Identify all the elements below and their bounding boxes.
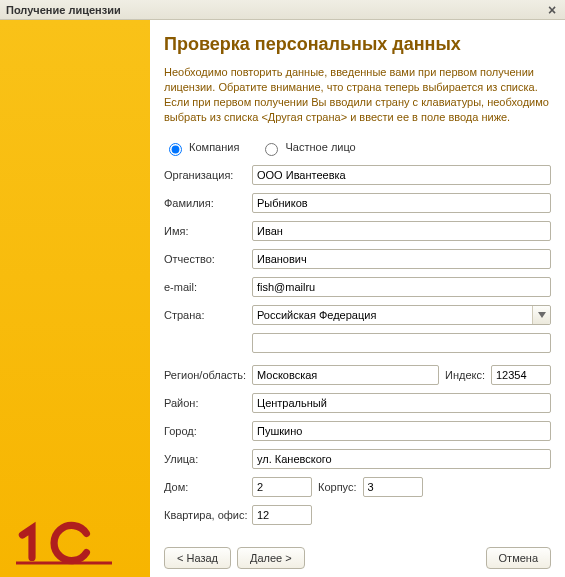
label-apartment: Квартира, офис: bbox=[164, 509, 252, 521]
lastname-input[interactable] bbox=[252, 193, 551, 213]
email-input[interactable] bbox=[252, 277, 551, 297]
back-button[interactable]: < Назад bbox=[164, 547, 231, 569]
intro-text: Необходимо повторить данные, введенные в… bbox=[164, 65, 551, 124]
entity-type-radios: Компания Частное лицо bbox=[164, 136, 551, 164]
next-button[interactable]: Далее > bbox=[237, 547, 305, 569]
country-select[interactable] bbox=[252, 305, 551, 325]
label-index: Индекс: bbox=[445, 369, 485, 381]
wizard-footer: < Назад Далее > Отмена bbox=[164, 537, 551, 569]
cancel-button[interactable]: Отмена bbox=[486, 547, 551, 569]
logo-1c bbox=[14, 519, 114, 567]
region-input[interactable] bbox=[252, 365, 439, 385]
label-firstname: Имя: bbox=[164, 225, 252, 237]
patronymic-input[interactable] bbox=[252, 249, 551, 269]
label-house: Дом: bbox=[164, 481, 252, 493]
organization-input[interactable] bbox=[252, 165, 551, 185]
label-city: Город: bbox=[164, 425, 252, 437]
label-patronymic: Отчество: bbox=[164, 253, 252, 265]
radio-company[interactable]: Компания bbox=[164, 141, 242, 153]
building-input[interactable] bbox=[363, 477, 423, 497]
radio-private-label: Частное лицо bbox=[286, 141, 356, 153]
apartment-input[interactable] bbox=[252, 505, 312, 525]
city-input[interactable] bbox=[252, 421, 551, 441]
radio-private-input[interactable] bbox=[265, 143, 278, 156]
firstname-input[interactable] bbox=[252, 221, 551, 241]
street-input[interactable] bbox=[252, 449, 551, 469]
titlebar: Получение лицензии × bbox=[0, 0, 565, 20]
label-country: Страна: bbox=[164, 309, 252, 321]
radio-private[interactable]: Частное лицо bbox=[260, 141, 355, 153]
sidebar bbox=[0, 20, 150, 577]
radio-company-input[interactable] bbox=[169, 143, 182, 156]
label-building: Корпус: bbox=[318, 481, 357, 493]
window-title: Получение лицензии bbox=[6, 4, 121, 16]
district-input[interactable] bbox=[252, 393, 551, 413]
radio-company-label: Компания bbox=[189, 141, 239, 153]
country-other-input[interactable] bbox=[252, 333, 551, 353]
label-organization: Организация: bbox=[164, 169, 252, 181]
index-input[interactable] bbox=[491, 365, 551, 385]
label-email: e-mail: bbox=[164, 281, 252, 293]
label-street: Улица: bbox=[164, 453, 252, 465]
label-region: Регион/область: bbox=[164, 369, 252, 381]
label-lastname: Фамилия: bbox=[164, 197, 252, 209]
house-input[interactable] bbox=[252, 477, 312, 497]
close-icon[interactable]: × bbox=[543, 2, 561, 18]
page-title: Проверка персональных данных bbox=[164, 34, 551, 55]
label-district: Район: bbox=[164, 397, 252, 409]
